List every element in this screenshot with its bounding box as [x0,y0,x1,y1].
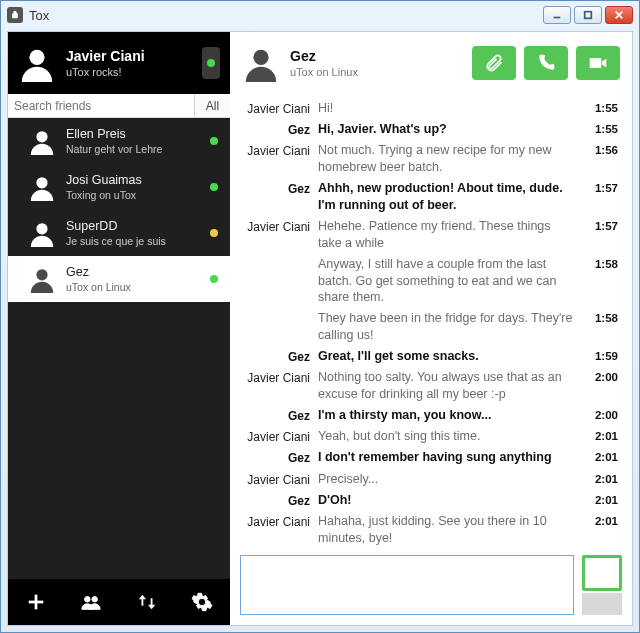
message-row: Javier CianiHehehe. Patience my friend. … [230,216,618,254]
message-sender: Gez [230,121,318,138]
chat-pane: Gez uTox on Linux Javier CianiHi!1:55Gez… [230,32,632,625]
friend-text: Ellen PreisNatur geht vor Lehre [66,127,200,155]
message-sender: Gez [230,180,318,197]
svg-point-13 [253,50,268,65]
compose-area [230,547,632,625]
message-time: 2:01 [584,428,618,445]
message-sender: Gez [230,492,318,509]
message-time: 2:01 [584,513,618,530]
message-sender [230,256,318,257]
message-body: I don't remember having sung anything [318,449,584,466]
message-input[interactable] [240,555,574,615]
friend-item[interactable]: Josi GuaimasToxing on uTox [8,164,230,210]
friend-item[interactable]: GezuTox on Linux [8,256,230,302]
message-row: Javier CianiNot much. Trying a new recip… [230,140,618,178]
message-time: 1:58 [584,256,618,273]
search-input[interactable] [8,94,194,117]
avatar-icon [28,265,56,293]
message-time: 2:00 [584,369,618,386]
message-body: Not much. Trying a new recipe for my new… [318,142,584,176]
friend-item[interactable]: Ellen PreisNatur geht vor Lehre [8,118,230,164]
message-sender: Javier Ciani [230,218,318,235]
message-row: Javier CianiPrecisely...2:01 [230,469,618,490]
voice-call-button[interactable] [524,46,568,80]
message-sender: Javier Ciani [230,142,318,159]
message-sender: Javier Ciani [230,513,318,530]
message-sender [230,310,318,311]
sidebar-toolbar [8,579,230,625]
send-button[interactable] [582,555,622,591]
close-button[interactable] [605,6,633,24]
message-row: GezAhhh, new production! About time, dud… [230,178,618,216]
message-time: 2:01 [584,449,618,466]
transfers-button[interactable] [132,587,162,617]
friend-name: Josi Guaimas [66,173,200,187]
message-row: GezD'Oh!2:01 [230,490,618,511]
friend-status: Je suis ce que je suis [66,235,200,247]
svg-rect-1 [585,12,592,19]
friend-name: SuperDD [66,219,200,233]
chat-header: Gez uTox on Linux [230,32,632,94]
profile-text: Javier Ciani uTox rocks! [66,48,145,78]
search-filter-button[interactable]: All [194,94,230,117]
friend-text: SuperDDJe suis ce que je suis [66,219,200,247]
new-group-button[interactable] [76,587,106,617]
message-time: 1:59 [584,348,618,365]
titlebar[interactable]: Tox [1,1,639,29]
message-sender: Javier Ciani [230,369,318,386]
svg-point-11 [85,597,91,603]
friend-name: Gez [66,265,200,279]
app-icon [7,7,23,23]
friend-status: Toxing on uTox [66,189,200,201]
sidebar: Javier Ciani uTox rocks! All Ellen Preis… [8,32,230,625]
message-row: GezGreat, I'll get some snacks.1:59 [230,346,618,367]
presence-dot-icon [210,229,218,237]
message-sender: Javier Ciani [230,428,318,445]
add-friend-button[interactable] [21,587,51,617]
send-column [582,555,622,615]
presence-dot-icon [210,275,218,283]
attach-button[interactable] [472,46,516,80]
friend-item[interactable]: SuperDDJe suis ce que je suis [8,210,230,256]
window-title: Tox [29,8,543,23]
chat-title-block: Gez uTox on Linux [290,48,358,78]
avatar-icon [18,44,56,82]
profile-status: uTox rocks! [66,66,145,78]
screenshot-button[interactable] [582,593,622,615]
message-body: Yeah, but don't sing this time. [318,428,584,445]
message-body: Anyway, I still have a couple from the l… [318,256,584,307]
svg-point-8 [36,269,47,280]
message-row: Javier CianiHahaha, just kidding. See yo… [230,511,618,547]
svg-point-4 [29,50,44,65]
avatar-icon [28,173,56,201]
friend-status: uTox on Linux [66,281,200,293]
message-body: They have been in the fridge for days. T… [318,310,584,344]
maximize-button[interactable] [574,6,602,24]
settings-button[interactable] [187,587,217,617]
friend-status: Natur geht vor Lehre [66,143,200,155]
chat-actions [472,46,620,80]
window-controls [543,6,633,24]
svg-point-5 [36,131,47,142]
message-body: Hi! [318,100,584,117]
avatar-icon [28,219,56,247]
avatar-icon [28,127,56,155]
message-row: GezI don't remember having sung anything… [230,447,618,468]
message-list[interactable]: Javier CianiHi!1:55GezHi, Javier. What's… [230,94,632,547]
message-body: Hahaha, just kidding. See you there in 1… [318,513,584,547]
presence-toggle[interactable] [202,47,220,79]
svg-point-6 [36,177,47,188]
message-row: Javier CianiHi!1:55 [230,98,618,119]
video-call-button[interactable] [576,46,620,80]
friend-name: Ellen Preis [66,127,200,141]
message-time: 2:01 [584,471,618,488]
message-row: GezI'm a thirsty man, you know...2:00 [230,405,618,426]
message-row: They have been in the fridge for days. T… [230,308,618,346]
chat-peer-name: Gez [290,48,358,64]
friend-list[interactable]: Ellen PreisNatur geht vor LehreJosi Guai… [8,118,230,579]
presence-dot-icon [210,137,218,145]
minimize-button[interactable] [543,6,571,24]
profile-header[interactable]: Javier Ciani uTox rocks! [8,32,230,94]
message-body: Nothing too salty. You always use that a… [318,369,584,403]
message-sender: Javier Ciani [230,100,318,117]
